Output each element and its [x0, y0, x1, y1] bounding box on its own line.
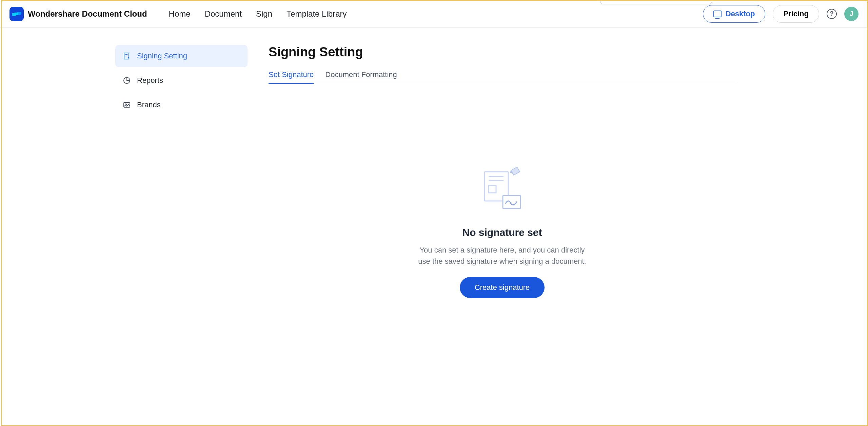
empty-description: You can set a signature here, and you ca…: [414, 244, 590, 267]
empty-title: No signature set: [462, 227, 542, 238]
tab-set-signature[interactable]: Set Signature: [269, 70, 314, 84]
empty-state: No signature set You can set a signature…: [269, 166, 736, 298]
top-nav: Home Document Sign Template Library: [169, 9, 347, 19]
signature-icon: [123, 52, 131, 60]
nav-sign[interactable]: Sign: [256, 9, 272, 19]
sidebar-item-label: Signing Setting: [137, 52, 187, 60]
brands-icon: [123, 101, 131, 109]
nav-home[interactable]: Home: [169, 9, 191, 19]
top-header: Wondershare Document Cloud Home Document…: [0, 0, 868, 28]
brand-logo-icon: [9, 7, 24, 21]
sidebar-item-reports[interactable]: Reports: [115, 69, 248, 92]
monitor-icon: [713, 11, 722, 17]
reports-icon: [123, 76, 131, 85]
sidebar-item-brands[interactable]: Brands: [115, 94, 248, 116]
nav-document[interactable]: Document: [205, 9, 242, 19]
main-panel: Signing Setting Set Signature Document F…: [248, 45, 736, 298]
page-title: Signing Setting: [269, 45, 736, 59]
pricing-button[interactable]: Pricing: [773, 5, 819, 23]
tab-document-formatting[interactable]: Document Formatting: [325, 70, 397, 84]
help-icon[interactable]: ?: [827, 9, 837, 19]
pricing-button-label: Pricing: [783, 10, 809, 18]
sidebar: Signing Setting Reports Brands: [115, 45, 248, 298]
tabs: Set Signature Document Formatting: [269, 70, 736, 84]
avatar[interactable]: J: [844, 7, 859, 21]
sidebar-item-signing-setting[interactable]: Signing Setting: [115, 45, 248, 67]
empty-signature-illustration: [478, 166, 526, 213]
create-signature-button[interactable]: Create signature: [460, 277, 545, 298]
brand-name: Wondershare Document Cloud: [28, 9, 147, 19]
content-area: Signing Setting Reports Brands Si: [0, 28, 868, 298]
sidebar-item-label: Reports: [137, 76, 163, 85]
svg-rect-8: [503, 196, 520, 208]
sidebar-item-label: Brands: [137, 100, 161, 109]
brand-area[interactable]: Wondershare Document Cloud: [9, 7, 147, 21]
floating-popup-remnant: [600, 0, 712, 4]
header-right: Desktop Pricing ? J: [703, 5, 859, 23]
desktop-button[interactable]: Desktop: [703, 5, 766, 23]
desktop-button-label: Desktop: [726, 10, 755, 18]
nav-template-library[interactable]: Template Library: [287, 9, 347, 19]
